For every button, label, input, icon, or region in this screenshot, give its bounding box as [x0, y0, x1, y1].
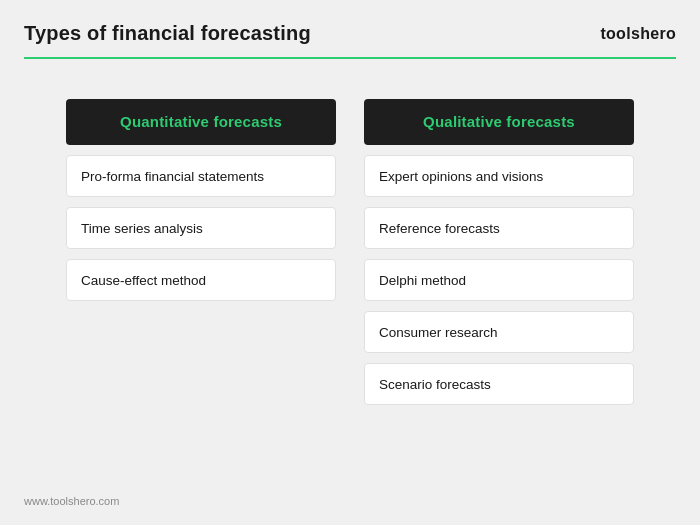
quantitative-column: Quantitative forecasts Pro-forma financi…: [66, 99, 336, 405]
qualitative-header-label: Qualitative forecasts: [423, 113, 575, 130]
qualitative-header: Qualitative forecasts: [364, 99, 634, 145]
list-item-label: Delphi method: [379, 273, 466, 288]
list-item: Time series analysis: [66, 207, 336, 249]
list-item: Reference forecasts: [364, 207, 634, 249]
content-area: Quantitative forecasts Pro-forma financi…: [0, 59, 700, 405]
footer: www.toolshero.com: [24, 491, 119, 509]
header: Types of financial forecasting toolshero: [0, 0, 700, 59]
list-item-label: Pro-forma financial statements: [81, 169, 264, 184]
list-item-label: Reference forecasts: [379, 221, 500, 236]
list-item-label: Consumer research: [379, 325, 498, 340]
quantitative-header: Quantitative forecasts: [66, 99, 336, 145]
list-item: Delphi method: [364, 259, 634, 301]
page-container: Types of financial forecasting toolshero…: [0, 0, 700, 525]
list-item-label: Time series analysis: [81, 221, 203, 236]
list-item: Cause-effect method: [66, 259, 336, 301]
qualitative-column: Qualitative forecasts Expert opinions an…: [364, 99, 634, 405]
list-item: Scenario forecasts: [364, 363, 634, 405]
list-item-label: Expert opinions and visions: [379, 169, 543, 184]
quantitative-header-label: Quantitative forecasts: [120, 113, 282, 130]
list-item-label: Scenario forecasts: [379, 377, 491, 392]
list-item: Expert opinions and visions: [364, 155, 634, 197]
list-item: Consumer research: [364, 311, 634, 353]
footer-url: www.toolshero.com: [24, 495, 119, 507]
list-item: Pro-forma financial statements: [66, 155, 336, 197]
brand-text: toolshero: [600, 25, 676, 43]
list-item-label: Cause-effect method: [81, 273, 206, 288]
page-title: Types of financial forecasting: [24, 22, 311, 45]
